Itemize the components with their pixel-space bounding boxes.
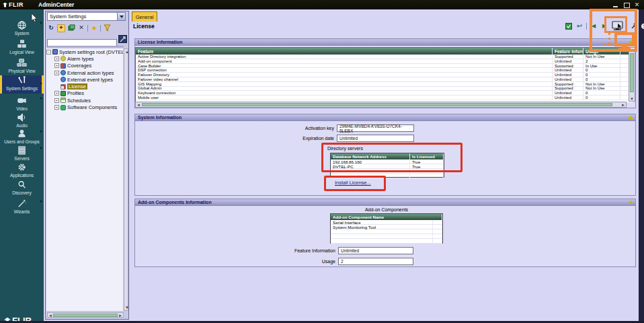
table-row[interactable]: Failover DirectoryUnlimited0 [136,73,633,77]
table-row[interactable] [331,169,444,174]
table-cell: Global Admin [136,87,553,91]
scrollbar-thumb[interactable] [630,53,634,92]
column-header[interactable]: Feature Informa... [553,48,583,55]
section-header[interactable]: Add-on Components Information [135,199,635,206]
add-item-icon[interactable]: + [57,24,65,32]
expand-box-icon[interactable]: + [54,63,59,68]
table-row[interactable]: Failover video channelUnlimited0 [136,77,633,82]
usage-field[interactable]: 2 [338,258,413,265]
scrollbar-thumb[interactable] [142,103,612,106]
module-sidebar: System Logical View Physical View System… [0,9,44,323]
restore-button[interactable] [623,2,629,8]
delete-icon[interactable]: ✕ [77,24,85,32]
expand-box-icon[interactable]: + [54,71,59,75]
table-row[interactable] [331,234,442,239]
expand-box-icon[interactable]: + [54,57,59,61]
table-row[interactable]: Global AdminSupportedNot In Use [136,87,633,92]
table-row[interactable]: Keyboard connectionUnlimited0 [136,91,633,96]
table-row[interactable]: Case BuilderSupportedIn Use [136,64,633,69]
search-go-button[interactable] [118,35,127,43]
sidebar-item-discovery[interactable]: Discovery [0,180,44,197]
splitter-handle[interactable] [48,46,124,48]
video-camera-icon [17,96,27,106]
table-row[interactable]: DSP connectionUnlimited0 [136,68,633,73]
tree-item-schedules[interactable]: + Schedules [46,97,123,104]
scope-dropdown[interactable]: System Settings [47,12,126,21]
flyout-arrow-icon[interactable] [40,130,42,133]
help-icon[interactable]: ? [641,23,644,30]
table-row[interactable] [331,239,442,244]
flyout-arrow-icon[interactable] [40,97,42,100]
apply-settings-icon[interactable] [565,22,573,30]
close-button[interactable]: ✕ [634,2,640,8]
content-toolbar: ↩ ◀ ▶ ? [565,21,644,31]
next-arrow-icon[interactable]: ▶ [600,22,608,30]
table-row[interactable]: Mobile userUnlimited0 [136,96,633,100]
collapse-triangle-icon[interactable] [628,116,633,119]
sidebar-item-video[interactable]: Video [0,96,44,113]
section-header[interactable]: System Information [135,114,635,121]
default-diamond-icon[interactable]: ◆ [90,24,98,32]
flyout-arrow-icon[interactable] [40,147,42,149]
display-settings-icon[interactable] [611,21,627,31]
minimize-button[interactable] [612,2,618,8]
filter-funnel-icon[interactable] [103,24,111,32]
copy-icon[interactable] [67,24,75,32]
tab-general[interactable]: General [132,11,157,22]
sidebar-item-system-settings[interactable]: System Settings [0,75,44,94]
tree-item-profiles[interactable]: + Profiles [46,90,123,97]
sidebar-item-physical-view[interactable]: Physical View [0,58,44,75]
flyout-arrow-icon[interactable] [40,22,42,24]
sidebar-item-label: Discovery [12,190,32,195]
collapse-triangle-icon[interactable] [628,201,633,204]
license-table-vertical-scrollbar[interactable]: ▲ ▼ [629,47,635,102]
activation-key-field[interactable]: 29M4E-MVBD4-KV83S-U7CK4-5LEBX [337,124,414,132]
sidebar-item-wizards[interactable]: Wizards [0,199,44,216]
logical-view-icon [17,39,27,49]
table-row[interactable]: System Monitoring Tool [331,225,442,229]
table-row[interactable]: Add-on componentUnlimited2 [136,59,633,64]
expand-box-icon[interactable]: + [54,98,59,103]
expand-box-icon[interactable]: + [54,105,59,110]
tree-item-external-event-types[interactable]: External event types [46,76,123,83]
table-row[interactable]: GIS MappingSupportedNot In Use [136,82,633,87]
tree-item-alarm-types[interactable]: + Alarm types [46,55,123,62]
sidebar-item-system[interactable]: System [0,20,44,38]
license-table-horizontal-scrollbar[interactable]: ◄ ► [135,102,627,108]
expand-box-icon[interactable]: + [54,91,59,96]
table-row[interactable] [331,229,442,234]
tree-item-license[interactable]: License [46,83,123,89]
tree-item-coverages[interactable]: + Coverages [46,63,123,69]
tree-vertical-scrollbar[interactable]: ▲ ▼ [124,48,128,311]
tree-item-software-components[interactable]: + Software Components [46,104,123,110]
toolbar-separator [87,25,88,32]
flyout-arrow-icon[interactable] [40,200,42,203]
license-icon [61,84,66,89]
expiration-date-field[interactable]: Unlimited [337,135,414,142]
refresh-icon[interactable]: ↻ [47,24,55,32]
directory-table-body: 192.168.86.160TrueDVTEL-PCTrue [331,159,444,178]
section-header[interactable]: License Information [135,39,635,46]
previous-arrow-icon[interactable]: ◀ [590,22,598,30]
table-row[interactable]: Active Directory integrationSupportedNot… [136,55,633,59]
sidebar-item-audio[interactable]: Audio [0,112,44,130]
flyout-arrow-icon[interactable] [40,82,42,85]
tree-root[interactable]: − System settings root (DVTEL-PC [46,48,123,55]
tree-item-external-action-types[interactable]: + External action types [46,69,123,76]
tree-horizontal-scrollbar[interactable]: ◄ ► [47,312,124,318]
sidebar-item-servers[interactable]: Servers [0,145,44,163]
scrollbar-thumb[interactable] [53,314,118,317]
feature-information-field[interactable]: Unlimited [338,247,413,254]
install-license-link[interactable]: Install License... [335,180,371,186]
table-row[interactable] [331,174,444,178]
table-cell: In Use [583,64,620,68]
column-header[interactable]: Feature [136,48,553,55]
sidebar-item-users-and-groups[interactable]: Users and Groups [0,129,44,146]
table-row[interactable]: DVTEL-PCTrue [331,164,444,169]
chevron-down-icon[interactable] [117,13,125,20]
sidebar-item-applications[interactable]: Applications [0,162,44,180]
sidebar-item-logical-view[interactable]: Logical View [0,39,44,57]
connect-icon[interactable] [630,22,638,30]
revert-icon[interactable]: ↩ [575,22,583,30]
collapse-box-icon[interactable]: − [46,50,51,55]
